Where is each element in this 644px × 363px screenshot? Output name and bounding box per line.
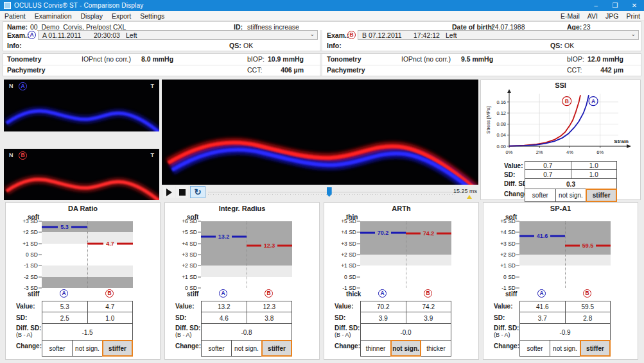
biop-b-value: 12.0 mmHg xyxy=(575,55,623,63)
sd-tick-mark xyxy=(516,276,519,277)
diff-sd-label: Diff. SD:(B - A) xyxy=(16,325,41,338)
nasal-label: N xyxy=(9,83,13,89)
sd-tick-mark xyxy=(39,266,42,266)
svg-text:B: B xyxy=(565,98,569,105)
metric-card-integr-radius: Integr. Radius soft +6 SD+5 SD+4 SD+3 SD… xyxy=(164,202,320,360)
divider xyxy=(320,30,322,51)
sd-tick-mark xyxy=(198,255,201,255)
stiff-end-label: stiff xyxy=(28,291,39,298)
sd-tick-label: +1 SD xyxy=(169,274,197,280)
sd-tick-label: +2 SD xyxy=(169,262,197,269)
maximize-button[interactable]: ❐ xyxy=(605,0,625,11)
nasal-label: N xyxy=(9,152,13,158)
exam-a-label: Exam.: xyxy=(7,31,29,39)
stiff-end-label: stiff xyxy=(187,291,198,298)
value-label: Value: xyxy=(494,303,512,310)
sd-b: 3.8 xyxy=(247,312,293,325)
avi-button[interactable]: AVI xyxy=(584,12,602,20)
stop-button[interactable] xyxy=(176,186,188,198)
sd-tick-mark xyxy=(39,221,42,222)
svg-text:Stress [MPa]: Stress [MPa] xyxy=(485,106,491,134)
window-title: OCULUS Corvis® ST - Comparison Display xyxy=(14,2,144,9)
email-button[interactable]: E-Mail xyxy=(557,12,584,20)
play-button[interactable] xyxy=(163,186,175,198)
stiff-end-label: thick xyxy=(346,291,361,298)
cornea-image-exam-a: N A T xyxy=(4,80,159,131)
sd-tick-label: +6 SD xyxy=(169,218,197,224)
sd-label: SD: xyxy=(494,314,505,321)
chevron-down-icon: ⌄ xyxy=(631,31,636,37)
sd-tick-mark xyxy=(516,266,519,266)
sd-a: 3.7 xyxy=(519,312,566,325)
series-a-line: 70.2 xyxy=(360,232,406,234)
sd-tick-mark xyxy=(516,221,519,222)
close-button[interactable]: ✕ xyxy=(625,0,644,11)
sd-tick-mark xyxy=(198,243,201,244)
sd-a: 4.6 xyxy=(201,312,247,325)
loop-button[interactable]: ↻ xyxy=(190,186,205,198)
value-label: Value: xyxy=(335,303,353,310)
time-slider[interactable] xyxy=(208,185,457,199)
slider-track xyxy=(208,192,457,192)
sd-tick-label: +5 SD xyxy=(328,218,356,224)
sd-tick-mark xyxy=(198,232,201,233)
sd-tick-mark xyxy=(357,221,360,222)
sd-tick-label: 0 SD xyxy=(328,274,356,280)
app-icon xyxy=(4,2,11,9)
qs-b-label: QS: xyxy=(550,42,562,49)
temporal-label: T xyxy=(151,152,155,158)
patient-header: Name: 00_Demo_Corvis, Pre/post CXL ID: s… xyxy=(3,21,641,51)
sd-tick-label: +4 SD xyxy=(487,229,516,235)
svg-text:0.16: 0.16 xyxy=(496,99,506,105)
iop-b-value: 9.5 mmHg xyxy=(448,55,506,63)
change-option-thicker: thicker xyxy=(421,340,451,357)
sd-chart: +5 SD+4 SD+3 SD+2 SD+1 SD0 SD-1 SD41.659… xyxy=(519,221,611,288)
sd-tick-mark xyxy=(357,255,360,255)
iop-method-b: IOPnct (no corr.) xyxy=(401,55,451,63)
sd-tick-label: +3 SD xyxy=(487,241,516,247)
change-option-not-sign-: not sign. xyxy=(72,340,103,357)
exam-a-time: 20:30:03 xyxy=(94,31,120,39)
diff-sd-value: -0.9 xyxy=(519,323,611,341)
slider-thumb[interactable] xyxy=(327,187,332,197)
svg-text:0.00: 0.00 xyxy=(496,144,506,149)
change-label: Change: xyxy=(16,342,42,350)
exam-b-dropdown[interactable]: B 07.12.2011 17:42:12 Left ⌄ xyxy=(358,30,639,40)
jpg-button[interactable]: JPG xyxy=(602,12,622,20)
minimize-button[interactable]: – xyxy=(586,0,605,11)
diff-sd-label: Diff. SD:(B - A) xyxy=(335,325,360,338)
qs-a-value: OK xyxy=(243,42,253,49)
menu-bar: Patient Examination Display Export Setti… xyxy=(0,11,644,21)
sd-chart: +6 SD+5 SD+4 SD+3 SD+2 SD+1 SD0 SD13.212… xyxy=(201,221,292,288)
chart-center-line xyxy=(247,221,247,288)
exam-a-dropdown[interactable]: A 01.11.2011 20:30:03 Left ⌄ xyxy=(38,30,318,40)
divider xyxy=(3,65,641,65)
menu-display[interactable]: Display xyxy=(76,12,107,20)
sd-tick-label: 0 SD xyxy=(10,251,38,258)
exam-a-date: A 01.11.2011 xyxy=(42,31,81,39)
sd-tick-mark xyxy=(39,232,42,233)
menu-settings[interactable]: Settings xyxy=(135,12,169,20)
title-bar: OCULUS Corvis® ST - Comparison Display –… xyxy=(0,0,644,11)
change-label: Change: xyxy=(335,342,360,350)
export-shortcuts: E-Mail AVI JPG Print xyxy=(557,12,644,20)
pachymetry-b-label: Pachymetry xyxy=(327,66,365,74)
series-b-badge: B xyxy=(424,289,432,298)
ssi-sd-label: SD: xyxy=(504,171,515,178)
menu-export[interactable]: Export xyxy=(107,12,135,20)
svg-text:0.12: 0.12 xyxy=(496,110,506,116)
sd-tick-mark xyxy=(39,276,42,277)
sd-tick-label: +2 SD xyxy=(10,229,38,235)
menu-patient[interactable]: Patient xyxy=(0,12,30,20)
diff-sd-label: Diff. SD:(B - A) xyxy=(175,325,200,338)
print-button[interactable]: Print xyxy=(622,12,644,20)
temporal-label: T xyxy=(151,83,155,89)
sd-tick-mark xyxy=(39,255,42,255)
diff-sd-value: -1.5 xyxy=(42,323,133,341)
menu-examination[interactable]: Examination xyxy=(30,12,76,20)
sd-tick-label: +3 SD xyxy=(328,241,356,247)
change-option-stiffer: stiffer xyxy=(102,340,133,357)
sd-tick-label: +1 SD xyxy=(10,241,38,247)
sd-tick-mark xyxy=(357,266,360,266)
svg-text:A: A xyxy=(591,98,595,105)
